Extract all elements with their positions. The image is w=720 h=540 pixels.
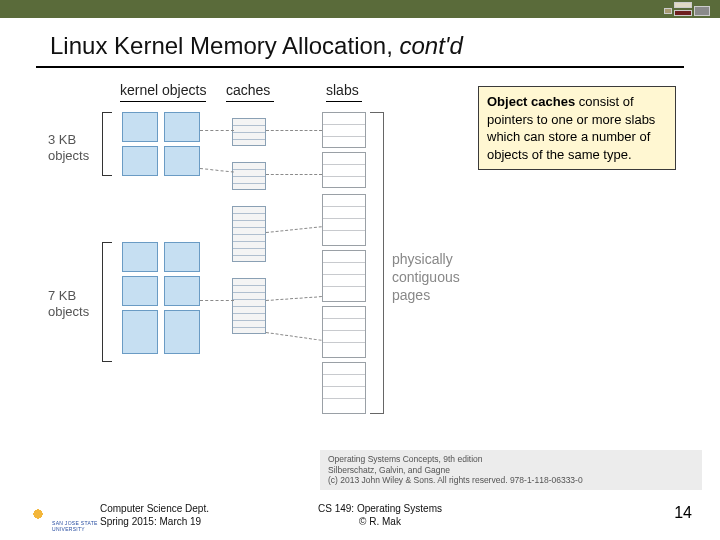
footer-author: © R. Mak [300, 516, 460, 529]
slab-box [322, 306, 366, 358]
connector-line [266, 174, 322, 175]
reference-line: Operating Systems Concepts, 9th edition [328, 454, 694, 465]
bracket-7kb [102, 242, 112, 362]
kernel-object-box [122, 310, 158, 354]
sjsu-logo: SAN JOSE STATE UNIVERSITY [26, 506, 52, 530]
header-kernel-objects: kernel objects [120, 82, 206, 98]
underline-slabs [326, 101, 362, 102]
kernel-object-box [164, 242, 200, 272]
connector-line [200, 300, 234, 301]
connector-line [266, 296, 322, 301]
kernel-object-box [164, 310, 200, 354]
label-7kb-objects: 7 KB objects [48, 288, 102, 319]
footer-date: Spring 2015: March 19 [100, 516, 209, 529]
connector-line [200, 130, 234, 131]
connector-line [266, 130, 322, 131]
kernel-object-box [164, 146, 200, 176]
slab-box [322, 152, 366, 188]
underline-caches [226, 101, 274, 102]
slab-diagram: kernel objects caches slabs 3 KB objects… [44, 82, 424, 422]
slab-box [322, 362, 366, 414]
header-slabs: slabs [326, 82, 359, 98]
kernel-object-box [122, 112, 158, 142]
connector-line [200, 168, 234, 173]
callout-box: Object caches consist of pointers to one… [478, 86, 676, 170]
footer-center: CS 149: Operating Systems © R. Mak [300, 503, 460, 528]
footer-dept: Computer Science Dept. [100, 503, 209, 516]
cache-box [232, 206, 266, 262]
decorative-top-stripe [0, 0, 720, 18]
cache-box [232, 278, 266, 334]
cache-box [232, 118, 266, 146]
label-3kb-objects: 3 KB objects [48, 132, 102, 163]
title-main: Linux Kernel Memory Allocation, [50, 32, 400, 59]
header-caches: caches [226, 82, 270, 98]
kernel-object-box [122, 242, 158, 272]
slide-title: Linux Kernel Memory Allocation, cont'd [50, 32, 670, 60]
title-underline [36, 66, 684, 68]
reference-box: Operating Systems Concepts, 9th edition … [320, 450, 702, 490]
callout-bold: Object caches [487, 94, 575, 109]
page-number: 14 [674, 504, 692, 522]
footer-left: Computer Science Dept. Spring 2015: Marc… [100, 503, 209, 528]
kernel-object-box [122, 146, 158, 176]
label-phys-pages: physically contiguous pages [392, 250, 482, 305]
decorative-corner [660, 0, 720, 18]
title-italic: cont'd [400, 32, 463, 59]
underline-kernel-objects [120, 101, 206, 102]
slab-box [322, 112, 366, 148]
footer-course: CS 149: Operating Systems [300, 503, 460, 516]
slab-box [322, 194, 366, 246]
connector-line [266, 332, 322, 341]
connector-line [266, 226, 322, 233]
slab-box [322, 250, 366, 302]
reference-line: (c) 2013 John Wiley & Sons. All rights r… [328, 475, 694, 486]
cache-box [232, 162, 266, 190]
bracket-3kb [102, 112, 112, 176]
brace-slabs [370, 112, 384, 414]
kernel-object-box [122, 276, 158, 306]
slide-footer: SAN JOSE STATE UNIVERSITY Computer Scien… [0, 496, 720, 532]
reference-line: Silberschatz, Galvin, and Gagne [328, 465, 694, 476]
kernel-object-box [164, 276, 200, 306]
kernel-object-box [164, 112, 200, 142]
